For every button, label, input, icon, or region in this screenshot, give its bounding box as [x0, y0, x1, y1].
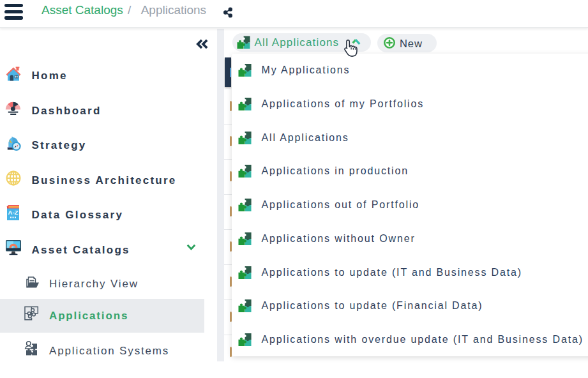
svg-text:A-Z: A-Z	[8, 209, 19, 216]
